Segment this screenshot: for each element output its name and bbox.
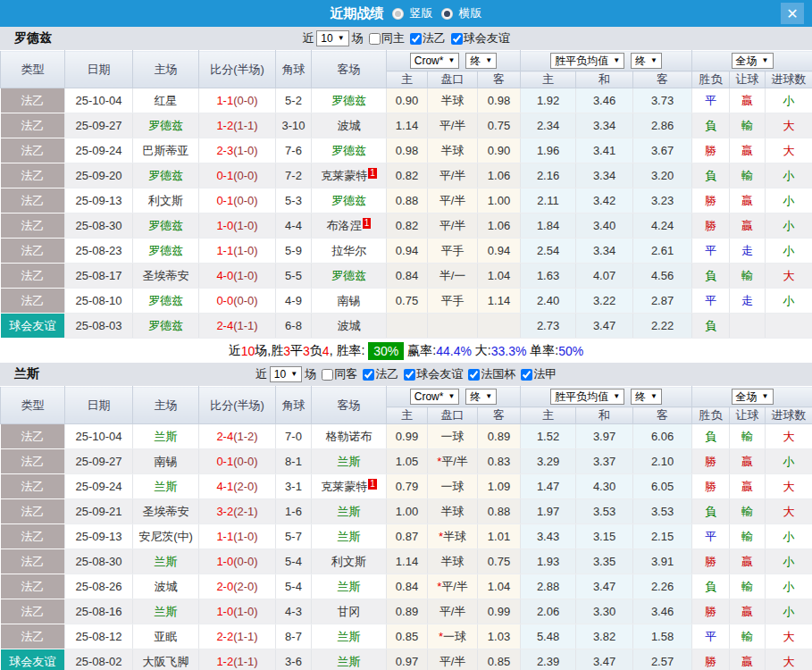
col-corner: 角球 [276,387,312,424]
date-cell: 25-08-26 [65,574,133,599]
match-row: 法乙25-08-30罗德兹1-0(1-0)4-4布洛涅10.82平/半1.061… [1,214,812,239]
filter-checkbox-input[interactable] [363,369,374,381]
filter-checkbox-input[interactable] [322,369,333,381]
home-team-cell: 安尼茨(中) [133,524,199,549]
handicap-result-cell: 贏 [730,88,766,113]
bookmaker-final-select[interactable]: 终▼ [465,53,497,69]
score-cell: 0-1(0-0) [199,449,276,474]
home-team-cell: 圣埃蒂安 [133,499,199,524]
col-result: 胜负 [692,407,730,424]
filter-checkbox[interactable]: 法乙 [363,366,398,382]
summary-text: 大: [472,343,491,359]
filter-checkbox[interactable]: 同客 [322,366,357,382]
bookmaker-select[interactable]: Crow*▼ [410,389,460,405]
avg-final-select[interactable]: 终▼ [631,389,662,405]
handicap-change-star: * [437,455,441,468]
avg-select[interactable]: 胜平负均值▼ [550,389,624,405]
score-cell: 1-0(0-0) [199,549,276,574]
filter-checkbox[interactable]: 法国杯 [468,366,515,382]
result-cell: 勝 [692,138,730,163]
away-team-cell: 南锡 [312,289,387,314]
filter-checkbox-input[interactable] [468,369,480,381]
goals-cell: 小 [766,574,812,599]
away-odds-cell: 1.06 [478,214,521,239]
away-odds-cell: 0.88 [478,499,521,524]
avg-draw-cell: 3.47 [576,649,633,670]
type-cell: 球会友谊 [1,649,65,670]
handicap-result-cell: 贏 [730,138,766,163]
games-count-select[interactable]: 10▼ [316,30,348,46]
scope-select[interactable]: 全场▼ [732,53,774,69]
corners-cell: 5-9 [276,239,312,264]
filter-checkbox-input[interactable] [410,33,422,45]
radio-horizontal-label[interactable]: 横版 [459,5,482,21]
col-result: 胜负 [692,71,730,88]
filter-checkbox-input[interactable] [521,369,532,381]
type-cell: 法乙 [1,113,65,138]
filter-checkbox-input[interactable] [369,33,381,45]
filter-checkbox-input[interactable] [451,33,463,45]
close-button[interactable]: ✕ [781,3,804,24]
match-row: 法乙25-09-20罗德兹0-1(0-0)7-2克莱蒙特10.82平/半1.06… [1,163,812,188]
home-team-cell: 罗德兹 [133,314,199,339]
halftime-score: (1-1) [233,655,257,668]
home-team-cell: 波城 [133,574,199,599]
col-odds-home: 主 [387,71,428,88]
avg-home-cell: 2.88 [521,574,576,599]
filter-checkbox[interactable]: 法甲 [521,366,557,382]
filter-checkbox[interactable]: 球会友谊 [404,366,463,382]
avg-final-select[interactable]: 终▼ [631,53,662,69]
filter-checkbox[interactable]: 法乙 [410,30,446,46]
bookmaker-odds-group: Crow*▼终▼ [387,387,521,407]
team-bar: 近10▼场同客法乙球会友谊法国杯法甲兰斯 [0,363,812,386]
fulltime-score: 0-1 [216,455,233,468]
summary-text: 3 [303,344,310,358]
away-odds-cell: 1.04 [478,264,521,289]
radio-horizontal[interactable] [441,8,453,20]
table-header-groups: 类型日期主场比分(半场)角球客场Crow*▼终▼胜平负均值▼终▼全场▼ [1,51,812,71]
handicap-result-cell: 贏 [730,449,766,474]
date-cell: 25-08-30 [65,549,133,574]
bookmaker-final-select[interactable]: 终▼ [465,389,497,405]
result-cell: 勝 [692,474,730,499]
goals-cell: 小 [766,599,812,624]
radio-vertical-label[interactable]: 竖版 [410,5,433,21]
titlebar: 近期战绩 竖版 横版 ✕ [0,0,812,27]
radio-vertical[interactable] [392,8,404,20]
type-cell: 法乙 [1,474,65,499]
avg-draw-cell: 4.30 [576,474,633,499]
result-cell: 平 [692,239,730,264]
goals-cell: 大 [766,264,812,289]
away-team-cell: 波城 [312,113,387,138]
filter-checkbox-input[interactable] [404,369,415,381]
filter-checkbox[interactable]: 同主 [369,30,405,46]
avg-away-cell: 3.46 [633,599,692,624]
date-cell: 25-09-27 [65,449,133,474]
result-cell: 負 [692,574,730,599]
filter-checkbox[interactable]: 球会友谊 [451,30,510,46]
col-goals: 进球数 [766,71,812,88]
bookmaker-select[interactable]: Crow*▼ [410,53,460,69]
scope-select[interactable]: 全场▼ [732,389,774,405]
halftime-score: (0-0) [233,169,257,182]
corners-cell: 8-1 [276,449,312,474]
bookmaker-final-select-value: 终 [470,54,481,69]
handicap-result-cell: 贏 [730,649,766,670]
summary-text: 50% [558,344,583,358]
match-row: 球会友谊25-08-03罗德兹2-4(1-1)6-8波城2.733.472.22… [1,314,812,339]
date-cell: 25-08-23 [65,239,133,264]
handicap-result-cell: 輸 [730,624,766,649]
avg-select[interactable]: 胜平负均值▼ [550,53,624,69]
away-team-cell: 利文斯 [312,549,387,574]
fulltime-score: 0-0 [216,294,233,307]
handicap-cell: 平手 [428,239,478,264]
type-cell: 法乙 [1,138,65,163]
goals-cell: 小 [766,449,812,474]
score-cell: 1-1(1-0) [199,524,276,549]
avg-away-cell: 6.06 [633,424,692,449]
type-cell: 法乙 [1,499,65,524]
goals-cell: 大 [766,649,812,670]
score-cell: 1-1(0-0) [199,88,276,113]
corners-cell: 4-3 [276,599,312,624]
games-count-select[interactable]: 10▼ [270,366,302,382]
